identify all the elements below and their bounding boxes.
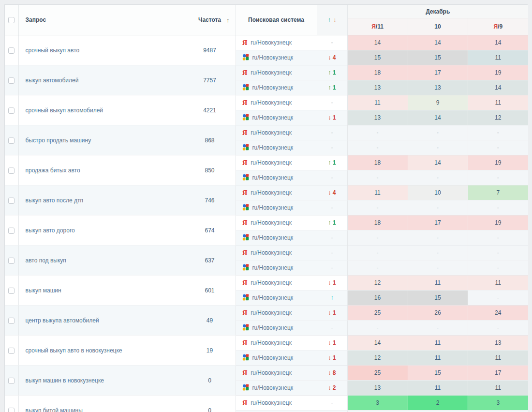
position-cell: -	[408, 411, 468, 412]
yandex-icon: Я	[242, 369, 248, 377]
search-engine-cell: ru/Новокузнецк	[236, 110, 317, 125]
query-cell[interactable]: срочный выкуп автомобилей	[18, 95, 184, 125]
row-checkbox[interactable]	[8, 47, 15, 54]
position-cell: -	[347, 411, 408, 412]
frequency-cell: 868	[184, 125, 236, 155]
position-cell: -	[408, 200, 468, 215]
positions-table-container: Запрос Частота ↑ Поисковая система ↑ ↓ Д…	[4, 4, 528, 412]
sort-ascending-icon[interactable]: ↑	[226, 16, 230, 24]
google-icon	[242, 204, 249, 212]
search-engine-cell: ru/Новокузнецк	[236, 290, 317, 305]
position-cell: -	[347, 170, 408, 185]
region-label: ru/Новокузнецк	[252, 174, 294, 181]
search-engine-cell: ru/Новокузнецк	[236, 351, 317, 366]
date-header-2[interactable]: 10	[408, 18, 468, 35]
select-all-checkbox[interactable]	[8, 17, 15, 23]
row-checkbox[interactable]	[8, 288, 15, 294]
date-header-1[interactable]: Я/11	[347, 18, 408, 35]
query-cell[interactable]: срочный выкуп авто в новокузнецке	[18, 336, 184, 366]
position-cell: 11	[408, 351, 468, 366]
change-down-icon: ↓ 1	[328, 114, 336, 121]
region-label: ru/Новокузнецк	[251, 309, 292, 316]
position-change-cell: ↓ 4	[317, 185, 347, 200]
row-checkbox[interactable]	[8, 408, 15, 412]
yandex-icon: Я	[242, 309, 248, 317]
position-cell: 14	[347, 35, 408, 50]
change-down-icon: ↓ 1	[328, 309, 336, 316]
row-checkbox[interactable]	[8, 228, 15, 234]
query-cell[interactable]: центр выкупа автомобилей	[18, 305, 184, 336]
query-cell[interactable]: выкуп авто после дтп	[18, 185, 184, 215]
query-cell[interactable]: авто под выкуп	[18, 245, 184, 275]
column-header-frequency[interactable]: Частота ↑	[184, 5, 236, 35]
search-engine-cell: Яru/Новокузнецк	[236, 366, 317, 381]
region-label: ru/Новокузнецк	[251, 249, 292, 256]
row-checkbox[interactable]	[8, 107, 15, 114]
position-cell: 26	[408, 305, 468, 320]
query-cell[interactable]: продажа битых авто	[18, 155, 184, 185]
row-checkbox[interactable]	[8, 137, 15, 144]
position-cell: 7	[468, 185, 528, 200]
position-cell: 16	[347, 290, 408, 305]
google-icon	[242, 264, 249, 272]
query-cell[interactable]: срочный выкуп авто	[18, 35, 184, 65]
table-row: выкуп авто дорого674Яru/Новокузнецк↑ 118…	[5, 215, 528, 230]
date-header-3[interactable]: Я/9	[468, 18, 528, 35]
yandex-icon: Я	[242, 219, 248, 227]
position-cell: 3	[347, 396, 408, 411]
query-cell[interactable]: выкуп машин в новокузнецке	[18, 366, 184, 396]
position-cell: -	[468, 170, 528, 185]
position-cell: -	[408, 320, 468, 336]
search-engine-cell: ru/Новокузнецк	[236, 411, 317, 412]
column-header-query[interactable]: Запрос	[18, 5, 184, 35]
query-cell[interactable]: выкуп битой машины	[18, 396, 184, 412]
query-cell[interactable]: выкуп авто дорого	[18, 215, 184, 245]
query-cell[interactable]: быстро продать машину	[18, 125, 184, 155]
yandex-icon: Я	[242, 99, 248, 107]
row-checkbox[interactable]	[8, 318, 15, 324]
change-down-icon: ↓ 8	[328, 369, 336, 376]
position-cell: -	[468, 260, 528, 275]
position-cell: -	[468, 320, 528, 336]
query-cell[interactable]: выкуп автомобилей	[18, 65, 184, 95]
row-checkbox[interactable]	[8, 378, 15, 384]
table-row: выкуп автомобилей7757Яru/Новокузнецк↑ 11…	[5, 65, 528, 80]
search-engine-cell: ru/Новокузнецк	[236, 381, 317, 396]
column-header-engine[interactable]: Поисковая система	[236, 5, 317, 35]
no-change-dash: -	[331, 249, 333, 256]
google-icon	[242, 144, 249, 152]
position-cell: -	[347, 320, 408, 336]
change-up-icon: ↑ 1	[328, 219, 336, 226]
row-checkbox[interactable]	[8, 168, 15, 174]
position-cell: 14	[468, 80, 528, 95]
position-cell: 19	[468, 155, 528, 170]
position-cell: 9	[408, 95, 468, 110]
search-engine-cell: Яru/Новокузнецк	[236, 275, 317, 290]
column-header-change[interactable]: ↑ ↓	[317, 5, 347, 35]
search-engine-cell: Яru/Новокузнецк	[236, 95, 317, 110]
row-checkbox[interactable]	[8, 348, 15, 354]
search-engine-cell: ru/Новокузнецк	[236, 200, 317, 215]
yandex-icon: Я	[242, 159, 248, 167]
search-engine-cell: ru/Новокузнецк	[236, 320, 317, 336]
search-engine-cell: Яru/Новокузнецк	[236, 155, 317, 170]
month-header: Декабрь	[347, 5, 528, 18]
position-cell: -	[408, 140, 468, 155]
search-engine-cell: Яru/Новокузнецк	[236, 125, 317, 140]
position-cell: 11	[468, 95, 528, 110]
position-change-cell: -	[317, 170, 347, 185]
row-checkbox[interactable]	[8, 258, 15, 264]
no-change-dash: -	[331, 264, 333, 271]
position-change-cell: -	[317, 396, 347, 411]
position-cell: -	[468, 290, 528, 305]
search-engine-cell: ru/Новокузнецк	[236, 140, 317, 155]
row-checkbox[interactable]	[8, 77, 15, 84]
row-checkbox[interactable]	[8, 198, 15, 204]
query-cell[interactable]: выкуп машин	[18, 275, 184, 305]
region-label: ru/Новокузнецк	[251, 219, 292, 226]
search-engine-cell: Яru/Новокузнецк	[236, 336, 317, 351]
search-engine-cell: Яru/Новокузнецк	[236, 35, 317, 50]
google-icon	[242, 384, 249, 392]
position-change-cell: -	[317, 411, 347, 412]
table-row: срочный выкуп автомобилей4221Яru/Новокуз…	[5, 95, 528, 110]
